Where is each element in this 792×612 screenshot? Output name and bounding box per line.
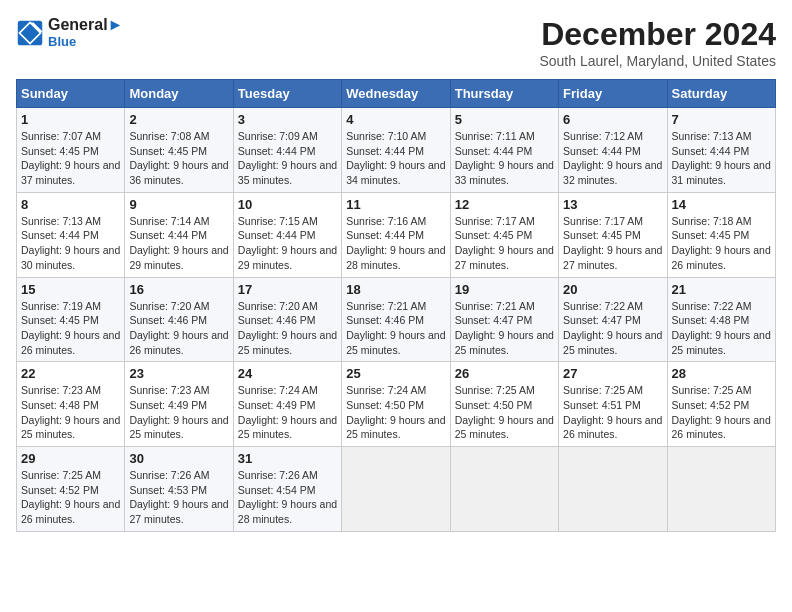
- day-number: 29: [21, 451, 120, 466]
- sunrise: Sunrise: 7:14 AM: [129, 215, 209, 227]
- day-cell: [559, 447, 667, 532]
- daylight: Daylight: 9 hours and 25 minutes.: [346, 329, 445, 356]
- day-info: Sunrise: 7:24 AM Sunset: 4:49 PM Dayligh…: [238, 383, 337, 442]
- sunset: Sunset: 4:47 PM: [563, 314, 641, 326]
- sunrise: Sunrise: 7:13 AM: [21, 215, 101, 227]
- sunrise: Sunrise: 7:22 AM: [672, 300, 752, 312]
- daylight: Daylight: 9 hours and 26 minutes.: [672, 414, 771, 441]
- day-info: Sunrise: 7:11 AM Sunset: 4:44 PM Dayligh…: [455, 129, 554, 188]
- day-cell: 24 Sunrise: 7:24 AM Sunset: 4:49 PM Dayl…: [233, 362, 341, 447]
- day-number: 31: [238, 451, 337, 466]
- daylight: Daylight: 9 hours and 26 minutes.: [672, 244, 771, 271]
- calendar-title: December 2024: [539, 16, 776, 53]
- sunset: Sunset: 4:46 PM: [129, 314, 207, 326]
- day-info: Sunrise: 7:16 AM Sunset: 4:44 PM Dayligh…: [346, 214, 445, 273]
- daylight: Daylight: 9 hours and 27 minutes.: [455, 244, 554, 271]
- day-info: Sunrise: 7:24 AM Sunset: 4:50 PM Dayligh…: [346, 383, 445, 442]
- daylight: Daylight: 9 hours and 34 minutes.: [346, 159, 445, 186]
- page-header: General► Blue December 2024 South Laurel…: [16, 16, 776, 69]
- day-cell: [342, 447, 450, 532]
- day-cell: 6 Sunrise: 7:12 AM Sunset: 4:44 PM Dayli…: [559, 108, 667, 193]
- day-info: Sunrise: 7:09 AM Sunset: 4:44 PM Dayligh…: [238, 129, 337, 188]
- day-info: Sunrise: 7:25 AM Sunset: 4:50 PM Dayligh…: [455, 383, 554, 442]
- day-info: Sunrise: 7:25 AM Sunset: 4:51 PM Dayligh…: [563, 383, 662, 442]
- sunrise: Sunrise: 7:20 AM: [238, 300, 318, 312]
- sunrise: Sunrise: 7:12 AM: [563, 130, 643, 142]
- sunset: Sunset: 4:45 PM: [563, 229, 641, 241]
- day-info: Sunrise: 7:15 AM Sunset: 4:44 PM Dayligh…: [238, 214, 337, 273]
- day-info: Sunrise: 7:08 AM Sunset: 4:45 PM Dayligh…: [129, 129, 228, 188]
- day-info: Sunrise: 7:21 AM Sunset: 4:47 PM Dayligh…: [455, 299, 554, 358]
- sunrise: Sunrise: 7:21 AM: [455, 300, 535, 312]
- week-row-3: 15 Sunrise: 7:19 AM Sunset: 4:45 PM Dayl…: [17, 277, 776, 362]
- sunset: Sunset: 4:44 PM: [346, 229, 424, 241]
- day-number: 9: [129, 197, 228, 212]
- day-cell: 12 Sunrise: 7:17 AM Sunset: 4:45 PM Dayl…: [450, 192, 558, 277]
- day-number: 27: [563, 366, 662, 381]
- day-info: Sunrise: 7:21 AM Sunset: 4:46 PM Dayligh…: [346, 299, 445, 358]
- sunrise: Sunrise: 7:18 AM: [672, 215, 752, 227]
- calendar-body: 1 Sunrise: 7:07 AM Sunset: 4:45 PM Dayli…: [17, 108, 776, 532]
- sunrise: Sunrise: 7:25 AM: [563, 384, 643, 396]
- column-header-wednesday: Wednesday: [342, 80, 450, 108]
- day-number: 26: [455, 366, 554, 381]
- calendar-subtitle: South Laurel, Maryland, United States: [539, 53, 776, 69]
- day-info: Sunrise: 7:10 AM Sunset: 4:44 PM Dayligh…: [346, 129, 445, 188]
- daylight: Daylight: 9 hours and 26 minutes.: [129, 329, 228, 356]
- day-cell: 2 Sunrise: 7:08 AM Sunset: 4:45 PM Dayli…: [125, 108, 233, 193]
- day-number: 28: [672, 366, 771, 381]
- sunrise: Sunrise: 7:16 AM: [346, 215, 426, 227]
- day-number: 2: [129, 112, 228, 127]
- day-cell: [667, 447, 775, 532]
- day-number: 25: [346, 366, 445, 381]
- day-info: Sunrise: 7:14 AM Sunset: 4:44 PM Dayligh…: [129, 214, 228, 273]
- sunrise: Sunrise: 7:17 AM: [455, 215, 535, 227]
- sunrise: Sunrise: 7:13 AM: [672, 130, 752, 142]
- svg-rect-0: [18, 20, 43, 45]
- day-cell: 31 Sunrise: 7:26 AM Sunset: 4:54 PM Dayl…: [233, 447, 341, 532]
- sunset: Sunset: 4:52 PM: [21, 484, 99, 496]
- daylight: Daylight: 9 hours and 25 minutes.: [129, 414, 228, 441]
- day-info: Sunrise: 7:25 AM Sunset: 4:52 PM Dayligh…: [672, 383, 771, 442]
- sunrise: Sunrise: 7:26 AM: [129, 469, 209, 481]
- day-cell: 23 Sunrise: 7:23 AM Sunset: 4:49 PM Dayl…: [125, 362, 233, 447]
- day-cell: 29 Sunrise: 7:25 AM Sunset: 4:52 PM Dayl…: [17, 447, 125, 532]
- column-header-sunday: Sunday: [17, 80, 125, 108]
- sunset: Sunset: 4:46 PM: [238, 314, 316, 326]
- sunset: Sunset: 4:50 PM: [346, 399, 424, 411]
- week-row-5: 29 Sunrise: 7:25 AM Sunset: 4:52 PM Dayl…: [17, 447, 776, 532]
- column-header-saturday: Saturday: [667, 80, 775, 108]
- day-info: Sunrise: 7:20 AM Sunset: 4:46 PM Dayligh…: [238, 299, 337, 358]
- day-info: Sunrise: 7:17 AM Sunset: 4:45 PM Dayligh…: [455, 214, 554, 273]
- logo-text: General► Blue: [48, 16, 123, 49]
- column-header-friday: Friday: [559, 80, 667, 108]
- day-cell: 19 Sunrise: 7:21 AM Sunset: 4:47 PM Dayl…: [450, 277, 558, 362]
- sunset: Sunset: 4:45 PM: [21, 314, 99, 326]
- day-info: Sunrise: 7:13 AM Sunset: 4:44 PM Dayligh…: [21, 214, 120, 273]
- day-number: 23: [129, 366, 228, 381]
- sunset: Sunset: 4:44 PM: [21, 229, 99, 241]
- daylight: Daylight: 9 hours and 25 minutes.: [238, 329, 337, 356]
- day-cell: 13 Sunrise: 7:17 AM Sunset: 4:45 PM Dayl…: [559, 192, 667, 277]
- day-cell: 15 Sunrise: 7:19 AM Sunset: 4:45 PM Dayl…: [17, 277, 125, 362]
- day-info: Sunrise: 7:13 AM Sunset: 4:44 PM Dayligh…: [672, 129, 771, 188]
- day-number: 7: [672, 112, 771, 127]
- day-number: 30: [129, 451, 228, 466]
- daylight: Daylight: 9 hours and 25 minutes.: [346, 414, 445, 441]
- daylight: Daylight: 9 hours and 29 minutes.: [238, 244, 337, 271]
- daylight: Daylight: 9 hours and 36 minutes.: [129, 159, 228, 186]
- day-info: Sunrise: 7:26 AM Sunset: 4:54 PM Dayligh…: [238, 468, 337, 527]
- sunrise: Sunrise: 7:22 AM: [563, 300, 643, 312]
- day-number: 5: [455, 112, 554, 127]
- sunset: Sunset: 4:49 PM: [129, 399, 207, 411]
- daylight: Daylight: 9 hours and 25 minutes.: [672, 329, 771, 356]
- daylight: Daylight: 9 hours and 26 minutes.: [563, 414, 662, 441]
- day-cell: 11 Sunrise: 7:16 AM Sunset: 4:44 PM Dayl…: [342, 192, 450, 277]
- daylight: Daylight: 9 hours and 27 minutes.: [563, 244, 662, 271]
- day-info: Sunrise: 7:17 AM Sunset: 4:45 PM Dayligh…: [563, 214, 662, 273]
- logo: General► Blue: [16, 16, 123, 49]
- day-cell: 5 Sunrise: 7:11 AM Sunset: 4:44 PM Dayli…: [450, 108, 558, 193]
- day-cell: 14 Sunrise: 7:18 AM Sunset: 4:45 PM Dayl…: [667, 192, 775, 277]
- sunrise: Sunrise: 7:26 AM: [238, 469, 318, 481]
- sunset: Sunset: 4:51 PM: [563, 399, 641, 411]
